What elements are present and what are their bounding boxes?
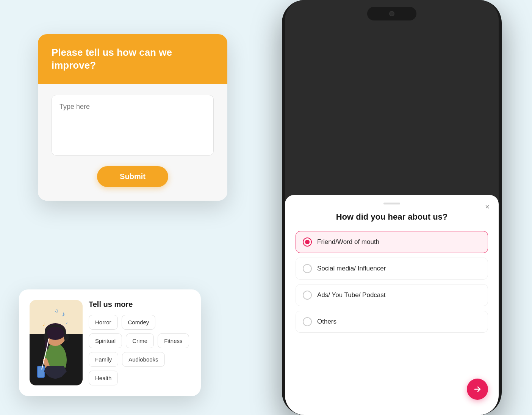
close-button[interactable]: × [485,203,490,211]
phone-camera [389,11,394,16]
svg-text:♪: ♪ [62,310,65,318]
svg-text:♪: ♪ [66,320,68,325]
svg-rect-9 [44,334,48,341]
radio-option-3[interactable]: Ads/ You Tube/ Podcast [296,284,488,306]
genre-tags: HorrorComdeySpiritualCrimeFitnessFamilyA… [89,315,190,385]
genre-tag-audiobooks[interactable]: Audiobooks [122,352,164,367]
submit-button[interactable]: Submit [97,166,168,187]
genre-tag-spiritual[interactable]: Spiritual [89,333,122,348]
radio-option-4[interactable]: Others [296,311,488,333]
radio-label-4: Others [317,318,336,325]
genre-tag-comdey[interactable]: Comdey [122,315,156,330]
radio-circle-1 [303,237,312,247]
radio-option-1[interactable]: Friend/Word of mouth [296,231,488,253]
genre-tag-health[interactable]: Health [89,371,118,385]
genre-card: ♪ ♫ ♪ ♪ ♩ Tell [19,289,201,396]
sheet-title: How did you hear about us? [296,212,488,222]
radio-circle-2 [303,264,312,273]
radio-option-2[interactable]: Social media/ Influencer [296,258,488,280]
sheet-handle [383,203,400,204]
phone-screen: × How did you hear about us? Friend/Word… [285,0,499,415]
radio-label-3: Ads/ You Tube/ Podcast [317,291,386,299]
feedback-body: Submit [38,84,227,201]
svg-text:♫: ♫ [54,308,58,314]
genre-illustration: ♪ ♫ ♪ ♪ ♩ [30,300,83,385]
feedback-card: Please tell us how can we improve? Submi… [38,34,227,201]
genre-title: Tell us more [89,300,190,309]
svg-rect-10 [64,334,69,341]
radio-label-2: Social media/ Influencer [317,265,386,272]
feedback-header-text: Please tell us how can we improve? [52,46,214,72]
genre-tag-family[interactable]: Family [89,352,118,367]
radio-circle-4 [303,317,312,326]
genre-tag-fitness[interactable]: Fitness [158,333,189,348]
radio-circle-3 [303,291,312,300]
feedback-textarea[interactable] [52,95,214,156]
genre-tag-crime[interactable]: Crime [126,333,154,348]
genre-tag-horror[interactable]: Horror [89,315,118,330]
svg-text:♩: ♩ [43,322,45,327]
genre-content: Tell us more HorrorComdeySpiritualCrimeF… [89,300,190,385]
bottom-sheet: × How did you hear about us? Friend/Word… [285,195,499,415]
radio-options: Friend/Word of mouthSocial media/ Influe… [296,231,488,333]
phone-frame: × How did you hear about us? Friend/Word… [282,0,502,415]
svg-rect-13 [38,366,44,377]
feedback-header: Please tell us how can we improve? [38,34,227,84]
phone-notch [367,7,416,20]
next-button[interactable] [467,379,488,400]
radio-label-1: Friend/Word of mouth [317,238,379,246]
